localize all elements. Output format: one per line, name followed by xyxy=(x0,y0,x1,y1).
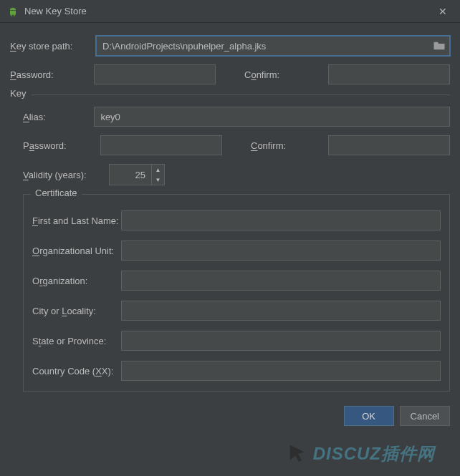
key-confirm-input[interactable] xyxy=(328,135,450,155)
org-unit-label: Organizational Unit: xyxy=(32,246,121,256)
cursor-icon xyxy=(287,443,309,465)
certificate-legend: Certificate xyxy=(31,188,82,198)
spinner-down-icon[interactable]: ▼ xyxy=(152,175,164,185)
city-input[interactable] xyxy=(121,301,441,321)
organization-label: Organization: xyxy=(32,276,121,286)
first-last-input[interactable] xyxy=(121,210,441,230)
password-label: Password: xyxy=(10,69,94,80)
key-confirm-label: Confirm: xyxy=(251,140,328,151)
key-fieldset: Key Alias: Password: Confirm: Validity (… xyxy=(10,94,450,392)
certificate-fieldset: Certificate First and Last Name: Organiz… xyxy=(23,194,450,392)
spinner-up-icon[interactable]: ▲ xyxy=(152,165,164,175)
cancel-button[interactable]: Cancel xyxy=(400,406,450,426)
validity-label: Validity (years): xyxy=(23,170,109,180)
password-input[interactable] xyxy=(94,64,216,84)
validity-spinner[interactable]: 25 ▲ ▼ xyxy=(109,164,165,185)
country-label: Country Code (XX): xyxy=(32,366,121,377)
titlebar: New Key Store ✕ xyxy=(0,0,460,23)
confirm-input[interactable] xyxy=(328,64,450,84)
city-label: City or Locality: xyxy=(32,306,121,316)
key-store-path-label: Key store path: xyxy=(10,41,96,52)
window-title: New Key Store xyxy=(24,6,433,16)
state-input[interactable] xyxy=(121,331,441,351)
alias-input[interactable] xyxy=(94,107,450,127)
key-password-label: Password: xyxy=(23,140,100,151)
organization-input[interactable] xyxy=(121,271,441,291)
watermark-overlay: DISCUZ插件网 xyxy=(287,442,435,465)
first-last-label: First and Last Name: xyxy=(32,215,121,226)
watermark-text: DISCUZ插件网 xyxy=(313,442,435,465)
key-store-path-input[interactable] xyxy=(96,36,450,56)
validity-value: 25 xyxy=(110,170,151,180)
key-password-input[interactable] xyxy=(100,135,222,155)
close-icon[interactable]: ✕ xyxy=(433,6,453,17)
ok-button[interactable]: OK xyxy=(344,406,394,426)
browse-folder-icon[interactable] xyxy=(433,41,446,51)
alias-label: Alias: xyxy=(23,112,94,122)
country-input[interactable] xyxy=(121,361,441,381)
state-label: State or Province: xyxy=(32,336,121,346)
android-icon xyxy=(7,6,19,17)
org-unit-input[interactable] xyxy=(121,241,441,261)
key-legend: Key xyxy=(10,88,32,99)
confirm-label: Confirm: xyxy=(244,69,328,80)
